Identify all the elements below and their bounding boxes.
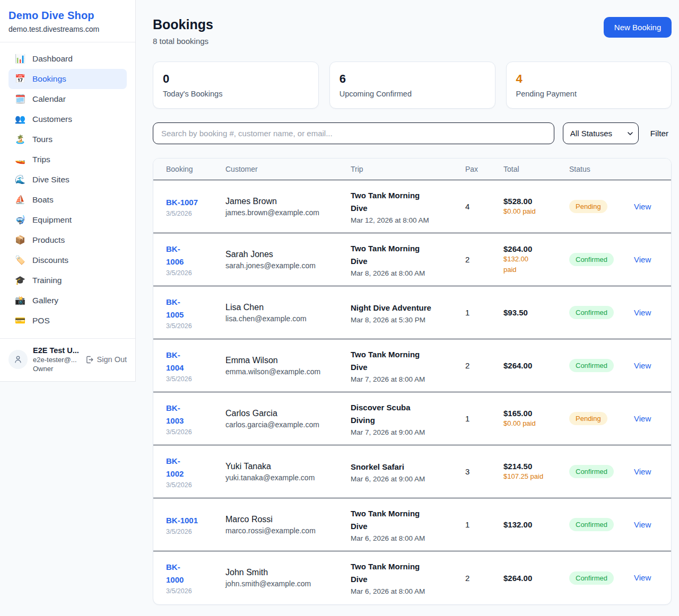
sidebar-item-dashboard[interactable]: 📊 Dashboard [8,49,127,69]
booking-id-line[interactable]: 1006 [166,256,218,268]
sidebar-item-gallery[interactable]: 📸 Gallery [8,291,127,311]
trip-cell: Two Tank Morning Dive Mar 6, 2026 at 8:0… [351,507,465,542]
status-cell: Confirmed [569,465,634,478]
sign-out-button[interactable]: Sign Out [85,355,127,364]
new-booking-button[interactable]: New Booking [604,17,672,38]
booking-id-link[interactable]: BK- 1003 [166,402,218,427]
trip-name-line: Two Tank Morning [351,507,458,520]
total-cell: $132.00 [503,520,569,529]
sidebar-item-icon: 🌊 [15,175,25,184]
sidebar-item-equipment[interactable]: 🤿 Equipment [8,210,127,230]
booking-id-line[interactable]: 1000 [166,574,218,586]
customer-name: John Smith [225,568,343,577]
actions-cell: View [634,308,658,318]
sidebar-item-icon: 📅 [15,75,25,83]
view-link[interactable]: View [634,520,651,529]
table-row: BK- 1006 3/5/2026 Sarah Jones sarah.jone… [153,233,671,286]
trip-cell: Two Tank Morning Dive Mar 12, 2026 at 8:… [351,189,465,224]
paid-amount-line: $0.00 paid [503,419,562,428]
customer-cell: Yuki Tanaka yuki.tanaka@example.com [225,462,351,482]
sidebar-item-pos[interactable]: 💳 POS [8,311,127,331]
sidebar-item-customers[interactable]: 👥 Customers [8,109,127,129]
sidebar-item-label: Tours [32,135,53,144]
table-row: BK-1001 3/5/2026 Marco Rossi marco.rossi… [153,498,671,551]
booking-cell: BK- 1002 3/5/2026 [166,455,225,489]
table-row: BK- 1005 3/5/2026 Lisa Chen lisa.chen@ex… [153,286,671,339]
customer-cell: Marco Rossi marco.rossi@example.com [225,515,351,535]
booking-id-link[interactable]: BK- 1006 [166,243,218,268]
booking-id-line[interactable]: 1005 [166,309,218,321]
sidebar-item-icon: 📊 [15,55,25,63]
booking-id-link[interactable]: BK- 1005 [166,296,218,321]
trip-name-line: Dive [351,361,458,374]
sidebar-item-discounts[interactable]: 🏷️ Discounts [8,250,127,270]
user-meta: E2E Test U... e2e-tester@... Owner [33,346,80,373]
total-amount: $165.00 [503,409,562,418]
view-link[interactable]: View [634,255,651,264]
trip-name-line: Two Tank Morning [351,348,458,361]
booking-id-link[interactable]: BK- 1002 [166,455,218,480]
booking-id-link[interactable]: BK-1001 [166,514,218,527]
stat-value: 6 [340,72,485,86]
trip-datetime: Mar 6, 2026 at 9:00 AM [351,475,458,483]
status-select-wrap: All Statuses [563,122,639,144]
booking-id-link[interactable]: BK-1007 [166,196,218,209]
sidebar-item-label: Dashboard [32,54,73,64]
sidebar-item-products[interactable]: 📦 Products [8,230,127,250]
status-badge: Pending [569,200,607,213]
stat-card: 4 Pending Payment [506,61,672,109]
trip-name-line: Dive [351,255,458,268]
sidebar-item-tours[interactable]: 🏝️ Tours [8,129,127,149]
status-cell: Pending [569,200,634,213]
brand-subtitle: demo.test.divestreams.com [8,25,127,33]
view-link[interactable]: View [634,467,651,476]
actions-cell: View [634,361,658,371]
table-header-row: Booking Customer Trip Pax Total Status [153,159,671,180]
table-body: BK-1007 3/5/2026 James Brown james.brown… [153,180,671,604]
booking-id-line[interactable]: 1003 [166,415,218,427]
booking-id-line[interactable]: BK- [166,561,218,574]
view-link[interactable]: View [634,573,651,582]
booking-id-link[interactable]: BK- 1004 [166,349,218,374]
trip-cell: Two Tank Morning Dive Mar 8, 2026 at 8:0… [351,242,465,277]
view-link[interactable]: View [634,414,651,423]
sidebar-item-boats[interactable]: ⛵ Boats [8,190,127,210]
sidebar-item-trips[interactable]: 🚤 Trips [8,149,127,170]
booking-id-line[interactable]: BK- [166,402,218,415]
brand: Demo Dive Shop demo.test.divestreams.com [0,0,135,42]
booking-id-link[interactable]: BK- 1000 [166,561,218,586]
booking-id-line[interactable]: 1004 [166,362,218,374]
sidebar-item-icon: 📦 [15,236,25,244]
sidebar-item-dive-sites[interactable]: 🌊 Dive Sites [8,170,127,190]
customer-email: john.smith@example.com [225,579,343,588]
sidebar-item-label: Dive Sites [32,175,69,184]
customer-name: James Brown [225,197,343,206]
trip-cell: Snorkel Safari Mar 6, 2026 at 9:00 AM [351,461,465,483]
booking-id-line[interactable]: BK- [166,243,218,256]
view-link[interactable]: View [634,361,651,370]
sidebar-item-training[interactable]: 🎓 Training [8,270,127,291]
sidebar-item-calendar[interactable]: 🗓️ Calendar [8,89,127,109]
status-cell: Confirmed [569,518,634,531]
view-link[interactable]: View [634,202,651,211]
column-header-status: Status [569,165,634,173]
trip-cell: Two Tank Morning Dive Mar 7, 2026 at 8:0… [351,348,465,383]
total-cell: $528.00 $0.00 paid [503,197,569,216]
sidebar-item-bookings[interactable]: 📅 Bookings [8,69,127,89]
booking-date: 3/5/2026 [166,587,218,595]
column-header-pax: Pax [465,165,503,173]
trip-datetime: Mar 8, 2026 at 8:00 AM [351,269,458,277]
status-filter-select[interactable]: All Statuses [563,122,639,144]
booking-id-line[interactable]: BK- [166,296,218,309]
booking-id-line[interactable]: BK- [166,349,218,362]
filter-button[interactable]: Filter [647,129,672,138]
pax-cell: 3 [465,467,503,476]
booking-id-line[interactable]: BK-1001 [166,514,218,527]
booking-id-line[interactable]: BK- [166,455,218,468]
view-link[interactable]: View [634,308,651,317]
trip-name-line: Dive [351,520,458,533]
actions-cell: View [634,573,658,583]
search-input[interactable] [153,122,554,144]
booking-id-line[interactable]: BK-1007 [166,196,218,209]
booking-id-line[interactable]: 1002 [166,468,218,480]
